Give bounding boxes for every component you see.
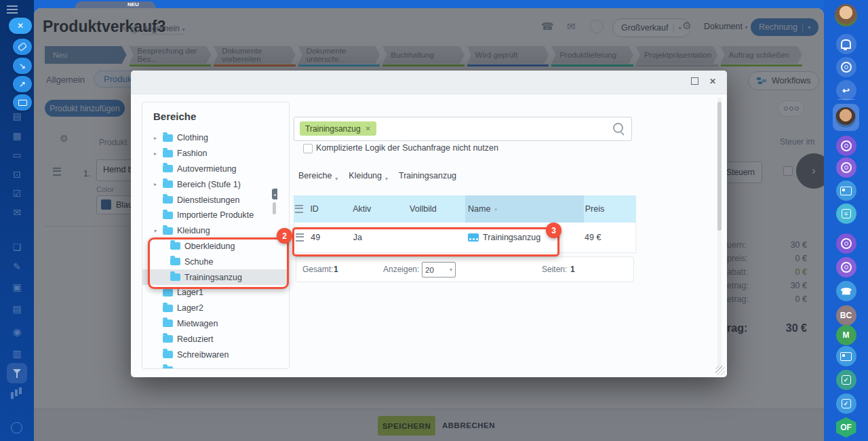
- app-root: NEU Produktverkauf3 ✎ Allgemein ▾ ☎ ✉ Gr…: [0, 0, 868, 441]
- tree-item-clothing[interactable]: ▸ Clothing: [142, 130, 289, 146]
- chevron-down-icon[interactable]: ▾: [152, 228, 159, 234]
- calendar-icon[interactable]: ▦: [0, 130, 34, 141]
- chevron-right-icon[interactable]: ▸: [152, 151, 159, 157]
- columns-menu-icon[interactable]: [295, 205, 303, 213]
- col-name-sorted[interactable]: Name ▴: [465, 195, 584, 223]
- document-icon[interactable]: ▤: [0, 111, 34, 121]
- top-strip-button[interactable]: [75, 1, 156, 8]
- group-chat-button[interactable]: [836, 257, 856, 277]
- chevron-down-icon[interactable]: ▾: [385, 176, 388, 182]
- open-external-button[interactable]: ↗: [13, 76, 32, 92]
- folder-icon: [163, 150, 173, 157]
- tree-item-schreibwaren[interactable]: Schreibwaren: [142, 347, 289, 362]
- copy-link-button[interactable]: [13, 39, 32, 55]
- tree-item-importierte-produkte[interactable]: Importierte Produkte: [142, 208, 289, 223]
- folder-icon: [163, 320, 173, 327]
- bitrix-spiral-button[interactable]: [836, 57, 856, 77]
- user-avatar[interactable]: [835, 4, 857, 26]
- chats-icon[interactable]: ❏: [0, 242, 34, 252]
- task-chat-button[interactable]: ✓: [836, 370, 856, 390]
- tree-collapse-handle[interactable]: ◂: [272, 189, 277, 199]
- search-input[interactable]: Trainingsanzug ✕: [294, 117, 632, 141]
- group-chat-button[interactable]: [836, 233, 856, 254]
- breadcrumb-kleidung[interactable]: Kleidung ▾: [349, 171, 388, 182]
- dialog-resize-grip[interactable]: [715, 366, 725, 375]
- spiral-icon: [841, 62, 852, 73]
- task-chat-button[interactable]: ✓: [836, 394, 856, 414]
- dialog-titlebar: ✕: [131, 71, 727, 94]
- group-chat-button[interactable]: [836, 157, 856, 178]
- dialog-scrollbar-thumb[interactable]: [717, 102, 722, 231]
- simple-logic-checkbox[interactable]: [303, 144, 313, 153]
- idcard-chat-button[interactable]: [836, 180, 856, 201]
- tree-title: Bereiche: [153, 111, 289, 122]
- camera-icon[interactable]: ◉: [0, 326, 34, 337]
- maximize-icon[interactable]: [691, 77, 698, 85]
- file-icon[interactable]: ▤: [0, 303, 34, 314]
- search-icon[interactable]: [613, 123, 623, 133]
- col-id[interactable]: ID: [304, 204, 351, 214]
- notifications-button[interactable]: [836, 34, 856, 54]
- page-size-select[interactable]: 20 ▾: [422, 262, 456, 277]
- tree-item-dienstleistungen[interactable]: Dienstleistungen: [142, 192, 289, 208]
- tasks-check-icon[interactable]: ☑: [0, 188, 34, 199]
- tree-item-reduziert[interactable]: Reduziert: [142, 331, 289, 347]
- link-icon: [18, 42, 27, 52]
- check-icon: ✓: [842, 399, 851, 408]
- chevron-right-icon[interactable]: ▸: [152, 135, 159, 141]
- tree-scrollbar-thumb[interactable]: [273, 202, 276, 214]
- chip-remove-icon[interactable]: ✕: [366, 125, 371, 132]
- group-chat-button[interactable]: [836, 136, 856, 156]
- tree-item-mietwagen[interactable]: Mietwagen: [142, 316, 289, 332]
- tree-item-partial[interactable]: [142, 362, 289, 369]
- clock-icon[interactable]: [11, 422, 22, 434]
- mail-icon[interactable]: ✉: [0, 207, 34, 218]
- call-button[interactable]: ☎: [836, 281, 856, 301]
- card-icon[interactable]: ▭: [0, 149, 34, 160]
- search-filter-chip[interactable]: Trainingsanzug ✕: [300, 121, 376, 136]
- folder-icon: [163, 351, 173, 358]
- crm-funnel-tab[interactable]: [7, 363, 27, 383]
- chat-m[interactable]: M: [836, 325, 856, 345]
- breadcrumb-bereiche[interactable]: Bereiche ▾: [298, 171, 338, 182]
- briefcase-icon[interactable]: ▣: [0, 282, 34, 292]
- breadcrumb-trainingsanzug[interactable]: Trainingsanzug: [399, 171, 456, 180]
- folder-icon: [163, 134, 173, 142]
- channel-chat-button[interactable]: ≡: [836, 204, 856, 224]
- chat-of[interactable]: OF: [836, 417, 856, 438]
- annotation-badge-step3: 3: [546, 223, 561, 238]
- funnel-stem: [16, 373, 18, 378]
- edit-pencil-icon[interactable]: ✎: [0, 261, 34, 272]
- close-panel-button[interactable]: ✕: [9, 18, 32, 34]
- chart-bars-icon[interactable]: [11, 392, 14, 399]
- presentation-icon[interactable]: ⊡: [0, 169, 34, 180]
- print-button[interactable]: [13, 94, 32, 111]
- tree-item-kleidung[interactable]: ▾ Kleidung: [142, 223, 289, 239]
- neu-badge: NEU: [127, 1, 139, 7]
- folder-icon: [163, 212, 173, 219]
- annotation-box-step2: [148, 237, 289, 289]
- tree-item-autovermietung[interactable]: Autovermietung: [142, 161, 289, 177]
- tree-item-fashion[interactable]: ▸ Fashion: [142, 146, 289, 161]
- chat-reply-button[interactable]: ↩: [836, 80, 856, 100]
- tree-item-lager2[interactable]: Lager2: [142, 301, 289, 316]
- folder-icon: [163, 366, 173, 369]
- tree-item-bereich-stufe1[interactable]: ▸ Bereich (Stufe 1): [142, 176, 289, 192]
- sort-asc-icon: ▴: [494, 206, 497, 212]
- seiten-value: 1: [570, 265, 575, 274]
- col-vollbild[interactable]: Vollbild: [408, 204, 465, 214]
- simple-logic-label: Komplizierte Logik der Suchanfrage nicht…: [316, 143, 498, 153]
- menu-hamburger-icon[interactable]: [7, 5, 18, 7]
- close-icon[interactable]: ✕: [709, 77, 716, 85]
- chat-bc[interactable]: BC: [836, 305, 856, 326]
- idcard-chat-button[interactable]: [836, 346, 856, 366]
- idcard-icon: [840, 352, 852, 361]
- chevron-right-icon[interactable]: ▸: [152, 181, 159, 187]
- active-chat-tile[interactable]: [833, 104, 859, 131]
- col-preis[interactable]: Preis: [584, 204, 636, 214]
- import-button[interactable]: ↘: [13, 58, 32, 74]
- chevron-down-icon[interactable]: ▾: [335, 176, 338, 182]
- idcard-icon[interactable]: ▥: [0, 348, 34, 359]
- sections-tree-panel: Bereiche ▸ Clothing ▸ Fashion Autovermie…: [142, 102, 290, 369]
- col-aktiv[interactable]: Aktiv: [351, 204, 408, 214]
